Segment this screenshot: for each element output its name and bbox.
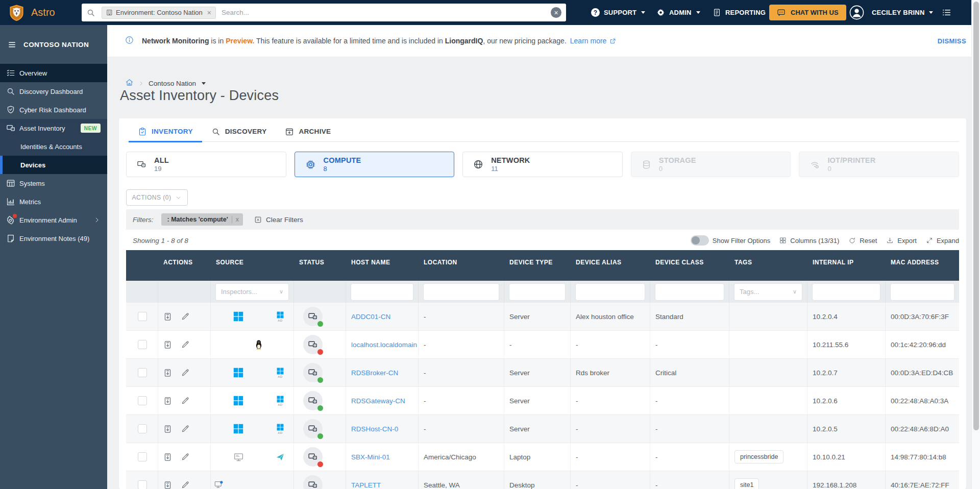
scrollbar-thumb[interactable] xyxy=(973,2,979,430)
tab-discovery[interactable]: DISCOVERY xyxy=(202,121,276,141)
edit-icon[interactable] xyxy=(181,368,190,377)
tab-archive[interactable]: ARCHIVE xyxy=(276,121,340,141)
actions-dropdown-button[interactable]: ACTIONS (0) xyxy=(126,189,188,206)
device-status-icon[interactable] xyxy=(303,391,323,410)
user-menu[interactable]: CECILEY BRINN xyxy=(872,0,933,25)
row-checkbox[interactable] xyxy=(138,368,147,377)
sidebar-item-metrics[interactable]: Metrics xyxy=(0,192,107,211)
device-type-card-network[interactable]: NETWORK11 xyxy=(462,152,623,177)
sidebar-item-cyber-risk-dashboard[interactable]: Cyber Risk Dashboard xyxy=(0,101,107,119)
archive-device-icon[interactable] xyxy=(163,368,173,378)
device-status-icon[interactable] xyxy=(303,419,323,438)
support-menu[interactable]: ? SUPPORT xyxy=(591,0,645,25)
host-name-link[interactable]: SBX-Mini-01 xyxy=(351,453,390,461)
filter-chip[interactable]: : Matches 'compute' x xyxy=(161,213,243,226)
home-icon[interactable] xyxy=(125,78,134,88)
row-checkbox[interactable] xyxy=(138,396,147,405)
column-header-device-class[interactable]: DEVICE CLASS xyxy=(650,250,729,281)
mac-address-filter-input[interactable] xyxy=(890,283,954,301)
learn-more-link[interactable]: Learn more xyxy=(570,37,617,45)
edit-icon[interactable] xyxy=(181,312,190,321)
archive-device-icon[interactable] xyxy=(163,340,173,350)
host-name-filter-input[interactable] xyxy=(351,283,413,301)
avatar-wrap[interactable] xyxy=(849,0,864,25)
columns-button[interactable]: Columns (13/31) xyxy=(779,237,839,244)
host-name-link[interactable]: RDSBroker-CN xyxy=(351,369,398,377)
chip-remove-icon[interactable]: × xyxy=(207,9,211,17)
column-header-device-type[interactable]: DEVICE TYPE xyxy=(504,250,571,281)
host-name-link[interactable]: RDSGateway-CN xyxy=(351,397,405,405)
edit-icon[interactable] xyxy=(181,452,190,461)
edit-icon[interactable] xyxy=(181,340,190,349)
menu-icon[interactable] xyxy=(8,40,16,49)
sidebar-item-asset-inventory[interactable]: Asset InventoryNEW xyxy=(0,119,107,137)
archive-device-icon[interactable] xyxy=(163,312,173,322)
export-button[interactable]: Export xyxy=(886,237,917,244)
device-type-card-all[interactable]: ALL19 xyxy=(126,152,286,177)
column-header-status[interactable]: STATUS xyxy=(294,250,346,281)
inspectors-filter-select[interactable]: Inspectors...∨ xyxy=(215,283,289,301)
sidebar-item-discovery-dashboard[interactable]: Discovery Dashboard xyxy=(0,82,107,101)
sidebar-item-devices[interactable]: Devices xyxy=(0,156,107,174)
row-checkbox[interactable] xyxy=(138,452,147,461)
sidebar-item-overview[interactable]: Overview xyxy=(0,64,107,82)
host-name-link[interactable]: localhost.localdomain xyxy=(351,341,417,349)
search-clear-button[interactable]: × xyxy=(551,7,561,18)
column-header-internal-ip[interactable]: INTERNAL IP xyxy=(807,250,886,281)
tag-chip[interactable]: site1 xyxy=(734,478,759,489)
column-header-tags[interactable]: TAGS xyxy=(729,250,807,281)
host-name-link[interactable]: ADDC01-CN xyxy=(351,313,390,321)
edit-icon[interactable] xyxy=(181,424,190,433)
sidebar-item-environment-admin[interactable]: Environment Admin xyxy=(0,211,107,229)
archive-device-icon[interactable] xyxy=(163,480,173,489)
dismiss-button[interactable]: DISMISS xyxy=(938,37,966,45)
clear-filters-button[interactable]: Clear Filters xyxy=(254,216,303,224)
filter-chip-remove[interactable]: x xyxy=(236,216,239,223)
edit-icon[interactable] xyxy=(181,396,190,405)
column-header-source[interactable]: SOURCE xyxy=(211,250,294,281)
toggle-icon[interactable] xyxy=(691,235,709,246)
quick-list-button[interactable] xyxy=(942,0,951,25)
device-type-card-iot-printer[interactable]: IOT/PRINTER0 xyxy=(799,152,959,177)
archive-device-icon[interactable] xyxy=(163,396,173,406)
row-checkbox[interactable] xyxy=(138,424,147,433)
brand[interactable]: Astro xyxy=(9,0,55,25)
device-status-icon[interactable] xyxy=(303,363,323,382)
column-header-host-name[interactable]: HOST NAME xyxy=(346,250,419,281)
device-status-icon[interactable] xyxy=(303,475,323,489)
device-status-icon[interactable] xyxy=(303,307,323,326)
tag-chip[interactable]: princessbride xyxy=(734,450,783,463)
column-header-location[interactable]: LOCATION xyxy=(419,250,504,281)
device-status-icon[interactable] xyxy=(303,447,323,467)
sidebar-item-systems[interactable]: Systems xyxy=(0,174,107,192)
breadcrumb-environment[interactable]: Contoso Nation xyxy=(149,80,196,87)
host-name-link[interactable]: RDSHost-CN-0 xyxy=(351,425,398,433)
device-alias-filter-input[interactable] xyxy=(575,283,645,301)
row-checkbox[interactable] xyxy=(138,312,147,321)
sidebar-item-environment-notes-49[interactable]: Environment Notes (49) xyxy=(0,229,107,248)
archive-device-icon[interactable] xyxy=(163,452,173,462)
sidebar-item-identities-accounts[interactable]: Identities & Accounts xyxy=(0,137,107,156)
column-header-actions[interactable]: ACTIONS xyxy=(158,250,211,281)
column-header-device-alias[interactable]: DEVICE ALIAS xyxy=(571,250,650,281)
tags-filter-select[interactable]: Tags...∨ xyxy=(734,283,802,301)
internal-ip-filter-input[interactable] xyxy=(812,283,880,301)
location-filter-input[interactable] xyxy=(423,283,499,301)
column-header-mac-address[interactable]: MAC ADDRESS xyxy=(886,250,959,281)
show-filter-options-toggle[interactable]: Show Filter Options xyxy=(691,235,770,246)
device-status-icon[interactable] xyxy=(303,335,323,354)
environment-filter-chip[interactable]: Environment: Contoso Nation × xyxy=(102,7,216,19)
chat-with-us-button[interactable]: CHAT WITH US xyxy=(769,5,846,20)
chevron-down-icon[interactable] xyxy=(202,82,206,85)
row-checkbox[interactable] xyxy=(138,340,147,349)
edit-icon[interactable] xyxy=(181,480,190,489)
tab-inventory[interactable]: INVENTORY xyxy=(129,121,202,141)
device-class-filter-input[interactable] xyxy=(655,283,724,301)
admin-menu[interactable]: ADMIN xyxy=(656,0,700,25)
archive-device-icon[interactable] xyxy=(163,424,173,434)
row-checkbox[interactable] xyxy=(138,480,147,489)
global-search-input[interactable]: Environment: Contoso Nation × Search... … xyxy=(82,4,566,21)
device-type-card-storage[interactable]: STORAGE0 xyxy=(631,152,791,177)
host-name-link[interactable]: TAPLETT xyxy=(351,481,381,489)
device-type-card-compute[interactable]: COMPUTE8 xyxy=(295,152,455,177)
